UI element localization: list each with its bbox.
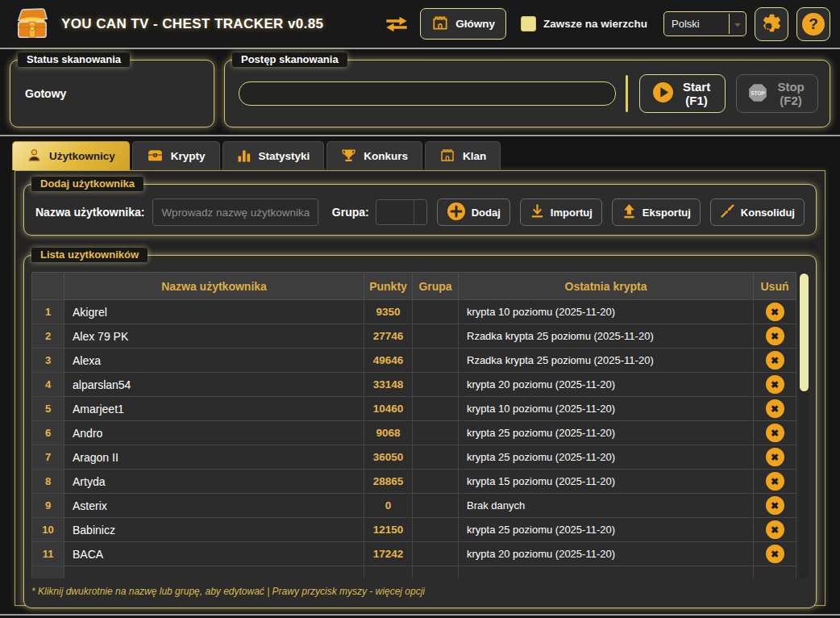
delete-cell: ✖: [754, 542, 796, 566]
x-icon: ✖: [771, 501, 779, 511]
title-bar: YOU CAN TV - CHEST TRACKER v0.85 Główny …: [0, 0, 840, 49]
group-cell[interactable]: [413, 494, 459, 518]
x-icon: ✖: [771, 428, 779, 438]
start-button[interactable]: Start (F1): [639, 74, 726, 113]
settings-button[interactable]: [755, 7, 788, 41]
trophy-icon: [341, 148, 356, 165]
delete-user-button[interactable]: ✖: [766, 327, 784, 345]
tab-krypty[interactable]: Krypty: [132, 141, 220, 170]
download-icon: [530, 203, 545, 221]
group-cell[interactable]: [413, 445, 459, 470]
help-button[interactable]: ?: [796, 7, 830, 41]
delete-user-button[interactable]: ✖: [766, 448, 784, 466]
export-button[interactable]: Eksportuj: [612, 198, 701, 226]
main-view-button[interactable]: Główny: [420, 8, 506, 40]
import-button[interactable]: Importuj: [520, 198, 602, 226]
row-number: 3: [32, 349, 64, 373]
tab-klan[interactable]: Klan: [425, 141, 501, 170]
group-cell[interactable]: [413, 470, 459, 494]
group-cell[interactable]: [413, 518, 459, 542]
tab-uzytkownicy[interactable]: Użytkownicy: [12, 141, 130, 170]
col-points[interactable]: Punkty: [364, 273, 413, 300]
add-user-groupbox: Dodaj użytkownika Nazwa użytkownika: Gru…: [23, 184, 817, 236]
user-list-groupbox: Lista uzytkowników Nazwa użytkownika Pun…: [23, 255, 817, 608]
stop-button[interactable]: STOP Stop (F2): [736, 74, 818, 113]
add-user-legend: Dodaj użytkownika: [31, 177, 143, 191]
last-chest-cell: krypta 25 poziomu (2025-11-20): [459, 518, 754, 542]
group-cell[interactable]: [413, 397, 459, 421]
table-row: 7 Aragon II 36050 krypta 25 poziomu (202…: [32, 445, 796, 470]
username-cell[interactable]: Aragon II: [64, 445, 364, 470]
scrollbar-thumb[interactable]: [800, 274, 809, 391]
delete-user-button[interactable]: ✖: [766, 496, 784, 515]
points-cell: 36050: [364, 445, 413, 470]
select-divider: [729, 14, 730, 34]
language-select[interactable]: Polski: [663, 11, 746, 36]
language-value: Polski: [672, 18, 700, 30]
table-scrollbar[interactable]: [799, 272, 809, 578]
import-label: Importuj: [551, 207, 593, 219]
user-table-body: 1 Akigrel 9350 krypta 10 poziomu (2025-1…: [32, 300, 796, 579]
scan-progress-groupbox: Postęp skanowania Start (F1) STOP Stop (…: [224, 60, 830, 127]
delete-cell: ✖: [754, 349, 796, 373]
delete-cell: ✖: [754, 445, 796, 470]
delete-user-button[interactable]: ✖: [766, 424, 784, 442]
x-icon: ✖: [771, 525, 779, 535]
play-icon: [652, 81, 674, 106]
delete-user-button[interactable]: ✖: [766, 520, 784, 539]
x-icon: ✖: [771, 380, 779, 390]
delete-cell: ✖: [754, 300, 796, 324]
row-number: 7: [32, 445, 64, 470]
svg-text:STOP: STOP: [751, 90, 765, 95]
username-cell[interactable]: Asterix: [64, 494, 364, 518]
always-on-top-checkbox[interactable]: [521, 16, 536, 31]
username-cell[interactable]: BACA: [64, 542, 364, 566]
add-user-button[interactable]: Dodaj: [437, 198, 510, 226]
bottom-divider: [0, 614, 840, 616]
col-group[interactable]: Grupa: [413, 273, 459, 300]
start-label: Start (F1): [680, 80, 713, 107]
delete-user-button[interactable]: ✖: [766, 545, 784, 563]
group-input[interactable]: [376, 199, 427, 225]
group-cell[interactable]: [413, 300, 459, 324]
consolidate-button[interactable]: Konsoliduj: [710, 198, 805, 226]
tab-konkurs[interactable]: Konkurs: [326, 141, 422, 170]
delete-cell: ✖: [754, 470, 796, 494]
delete-user-button[interactable]: ✖: [766, 351, 784, 370]
delete-cell: ✖: [754, 397, 796, 421]
table-row: 4 alparslan54 33148 krypta 20 poziomu (2…: [32, 373, 796, 397]
username-input[interactable]: [152, 198, 318, 226]
username-cell[interactable]: Andro: [64, 421, 364, 445]
main-view-label: Główny: [455, 18, 495, 30]
hint-text: * Kliknij dwukrotnie na nazwę lub grupę,…: [31, 586, 809, 597]
group-cell[interactable]: [413, 349, 459, 373]
col-last-chest[interactable]: Ostatnia krypta: [459, 273, 754, 300]
row-number: 5: [32, 397, 64, 421]
last-chest-cell: krypta 20 poziomu (2025-11-20): [459, 542, 754, 566]
username-cell[interactable]: Alexa: [64, 349, 364, 373]
stop-label: Stop (F2): [775, 80, 807, 107]
tab-statystyki[interactable]: Statystyki: [222, 141, 325, 170]
delete-user-button[interactable]: ✖: [766, 375, 784, 394]
col-username[interactable]: Nazwa użytkownika: [64, 273, 364, 300]
delete-user-button[interactable]: ✖: [766, 303, 784, 321]
user-table: Nazwa użytkownika Punkty Grupa Ostatnia …: [31, 272, 809, 578]
group-cell[interactable]: [413, 324, 459, 349]
group-cell[interactable]: [413, 542, 459, 566]
username-cell[interactable]: alparslan54: [64, 373, 364, 397]
x-icon: ✖: [771, 307, 779, 317]
group-cell[interactable]: [413, 421, 459, 445]
col-delete: Usuń: [754, 273, 796, 300]
delete-user-button[interactable]: ✖: [766, 399, 784, 418]
swap-arrows-icon[interactable]: [385, 15, 409, 34]
username-cell[interactable]: Alex 79 PK: [64, 324, 364, 349]
points-cell: 9350: [364, 300, 413, 324]
username-cell[interactable]: Artyda: [64, 470, 364, 494]
last-chest-cell: krypta 20 poziomu (2025-11-20): [459, 373, 754, 397]
scan-status-legend: Status skanowania: [18, 52, 130, 67]
username-cell[interactable]: Amarjeet1: [64, 397, 364, 421]
delete-user-button[interactable]: ✖: [766, 472, 784, 491]
username-cell[interactable]: Akigrel: [64, 300, 364, 324]
group-cell[interactable]: [413, 373, 459, 397]
username-cell[interactable]: Babinicz: [64, 518, 364, 542]
